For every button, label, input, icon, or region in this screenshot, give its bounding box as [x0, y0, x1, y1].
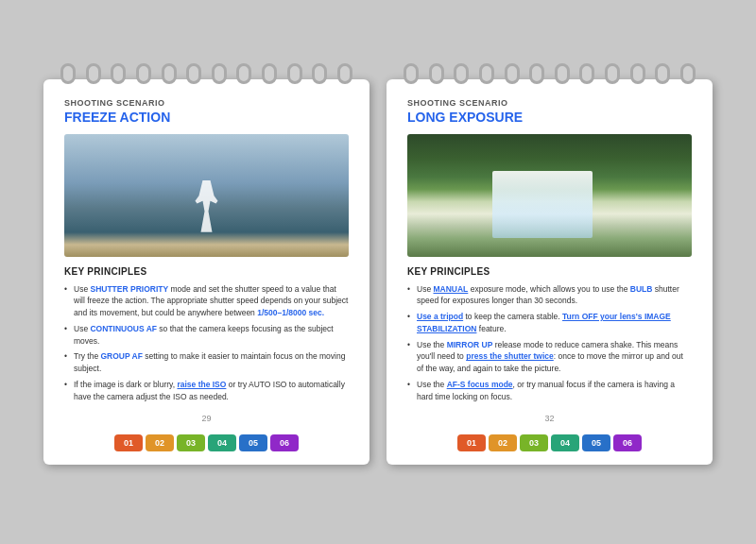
coil-4 [136, 63, 151, 84]
coil-2 [86, 63, 101, 84]
right-photo [407, 134, 692, 257]
coil-7 [212, 63, 227, 84]
right-page-number: 32 [407, 414, 692, 423]
shutter-twice-highlight: press the shutter twice [466, 351, 554, 361]
coil-11 [312, 63, 327, 84]
right-bullet-1: Use MANUAL exposure mode, which allows y… [407, 283, 692, 308]
left-tab-03[interactable]: 03 [177, 434, 205, 451]
shutter-priority-highlight: SHUTTER PRIORITY [90, 284, 168, 294]
right-notebook: SHOOTING SCENARIO LONG EXPOSURE KEY PRIN… [387, 79, 713, 466]
left-bullet-4: If the image is dark or blurry, raise th… [64, 379, 349, 403]
right-bullet-2: Use a tripod to keep the camera stable. … [407, 311, 692, 335]
r-coil-2 [429, 63, 444, 84]
right-key-principles-header: KEY PRINCIPLES [407, 266, 692, 277]
r-coil-4 [479, 63, 494, 84]
left-key-principles-header: KEY PRINCIPLES [64, 266, 349, 277]
r-coil-6 [529, 63, 544, 84]
left-tab-06[interactable]: 06 [270, 434, 299, 451]
coil-12 [337, 63, 352, 84]
left-bullets: Use SHUTTER PRIORITY mode and set the sh… [64, 283, 349, 407]
mirror-up-highlight: MIRROR UP [447, 340, 493, 349]
surfer-image [64, 134, 349, 257]
right-tab-04[interactable]: 04 [551, 434, 579, 451]
r-coil-7 [555, 63, 570, 84]
left-bullet-3: Try the GROUP AF setting to make it easi… [64, 350, 349, 375]
coil-8 [236, 63, 251, 84]
left-page-number: 29 [64, 414, 349, 423]
right-scenario-title: LONG EXPOSURE [407, 110, 692, 125]
left-tab-02[interactable]: 02 [146, 434, 174, 451]
left-notebook: SHOOTING SCENARIO FREEZE ACTION KEY PRIN… [43, 79, 369, 466]
r-coil-10 [630, 63, 645, 84]
right-tab-05[interactable]: 05 [582, 434, 610, 451]
left-tab-05[interactable]: 05 [239, 434, 267, 451]
continuous-af-highlight: CONTINUOUS AF [90, 324, 157, 333]
manual-highlight: MANUAL [433, 284, 468, 294]
r-coil-1 [404, 63, 419, 84]
raise-iso-highlight: raise the ISO [177, 380, 226, 389]
right-tab-01[interactable]: 01 [457, 434, 486, 451]
coil-1 [60, 63, 76, 84]
right-bullets: Use MANUAL exposure mode, which allows y… [407, 283, 692, 407]
right-scenario-label: SHOOTING SCENARIO [407, 98, 692, 108]
page-container: SHOOTING SCENARIO FREEZE ACTION KEY PRIN… [25, 70, 731, 475]
left-scenario-label: SHOOTING SCENARIO [64, 98, 349, 108]
left-tab-04[interactable]: 04 [208, 434, 236, 451]
right-bullet-4: Use the AF-S focus mode, or try manual f… [407, 379, 692, 403]
left-tab-bar: 01 02 03 04 05 06 [64, 434, 349, 451]
left-bullet-2: Use CONTINUOUS AF so that the camera kee… [64, 323, 349, 348]
coil-10 [287, 63, 302, 84]
afs-focus-highlight: AF-S focus mode [447, 380, 513, 389]
left-scenario-title: FREEZE ACTION [64, 110, 349, 125]
waterfall-image [407, 134, 692, 257]
right-tab-03[interactable]: 03 [520, 434, 548, 451]
left-spiral [60, 62, 352, 85]
right-tab-02[interactable]: 02 [489, 434, 517, 451]
coil-6 [186, 63, 201, 84]
coil-9 [262, 63, 277, 84]
r-coil-5 [505, 63, 520, 84]
left-photo [64, 134, 349, 257]
coil-3 [111, 63, 126, 84]
right-tab-bar: 01 02 03 04 05 06 [407, 434, 692, 451]
coil-5 [162, 63, 177, 84]
bulb-highlight: BULB [630, 284, 653, 294]
right-spiral [404, 62, 696, 85]
r-coil-8 [579, 63, 594, 84]
r-coil-11 [655, 63, 670, 84]
r-coil-3 [454, 63, 469, 84]
shutter-speed-highlight: 1/500–1/8000 sec. [257, 308, 324, 317]
left-bullet-1: Use SHUTTER PRIORITY mode and set the sh… [64, 283, 349, 319]
r-coil-9 [605, 63, 620, 84]
right-bullet-3: Use the MIRROR UP release mode to reduce… [407, 339, 692, 375]
left-tab-01[interactable]: 01 [114, 434, 143, 451]
r-coil-12 [680, 63, 696, 84]
group-af-highlight: GROUP AF [101, 351, 143, 361]
right-tab-06[interactable]: 06 [613, 434, 642, 451]
tripod-highlight: Use a tripod [417, 312, 463, 321]
